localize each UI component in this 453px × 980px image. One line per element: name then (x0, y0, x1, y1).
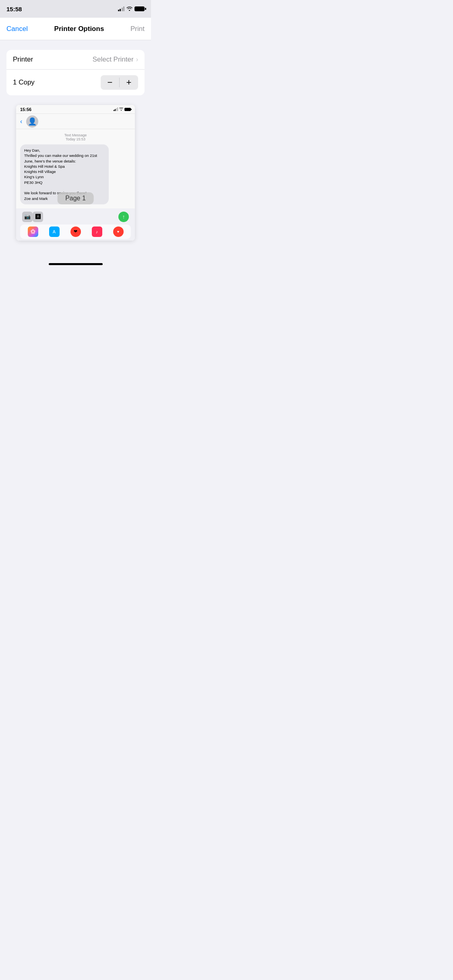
printer-value[interactable]: Select Printer › (93, 56, 138, 64)
mini-status-time: 15:56 (20, 107, 31, 112)
mini-battery-icon (124, 108, 131, 111)
select-printer-text: Select Printer (93, 56, 134, 64)
status-bar: 15:58 (0, 0, 151, 18)
page-title: Printer Options (54, 25, 104, 33)
mini-music-icon: ♪ (92, 226, 102, 237)
wifi-icon (126, 5, 132, 12)
msg-header-label: Text Message (64, 133, 87, 137)
mini-msg-header: ‹ 👤 (16, 114, 135, 129)
content-area: Printer Select Printer › 1 Copy − + 15:5… (0, 40, 151, 260)
mini-photos-icon: 🌸 (28, 226, 38, 237)
decrement-button[interactable]: − (101, 75, 119, 90)
mini-status-bar: 15:56 (16, 105, 135, 114)
person-icon: 👤 (28, 117, 37, 126)
cancel-button[interactable]: Cancel (6, 25, 28, 33)
mini-avatar: 👤 (26, 115, 38, 128)
page-preview-container: 15:56 ‹ (6, 105, 145, 241)
msg-time-label: Today 15:53 (66, 137, 85, 141)
page-preview: 15:56 ‹ (16, 105, 135, 241)
printer-row[interactable]: Printer Select Printer › (6, 50, 145, 69)
mini-dock-area: 📷 🅰 ↑ 🌸 A (16, 208, 135, 241)
signal-icon (118, 6, 125, 11)
nav-header: Cancel Printer Options Print (0, 18, 151, 40)
battery-icon (134, 6, 145, 11)
home-bar (49, 263, 103, 265)
copy-stepper[interactable]: − + (101, 75, 138, 90)
mini-status-icons (114, 107, 131, 111)
printer-label: Printer (13, 56, 33, 64)
increment-button[interactable]: + (120, 75, 138, 90)
copy-label: 1 Copy (13, 78, 35, 86)
page-label: Page 1 (57, 192, 94, 204)
mini-camera-icon: 📷 (22, 212, 33, 222)
mini-signal-icon (114, 108, 118, 111)
mini-wifi-icon (119, 107, 123, 111)
mini-dock-bottom: 🌸 A ❤ ♪ ♥ (20, 224, 131, 239)
mini-back-icon: ‹ (20, 118, 22, 125)
copy-row: 1 Copy − + (6, 69, 145, 95)
mini-heart-icon: ♥ (113, 226, 124, 237)
mini-appstore-icon: 🅰 (33, 212, 43, 222)
mini-upload-icon: ↑ (118, 212, 129, 222)
home-indicator (0, 260, 151, 270)
print-button[interactable]: Print (130, 25, 145, 33)
options-card: Printer Select Printer › 1 Copy − + (6, 50, 145, 95)
mini-dock-top: 📷 🅰 ↑ (20, 212, 131, 222)
msg-timestamp: Text Message Today 15:53 (20, 133, 131, 141)
status-time: 15:58 (6, 6, 22, 12)
status-icons (118, 5, 145, 12)
mini-red-icon: ❤ (70, 226, 81, 237)
chevron-right-icon: › (136, 56, 138, 63)
mini-appstore2-icon: A (49, 226, 60, 237)
